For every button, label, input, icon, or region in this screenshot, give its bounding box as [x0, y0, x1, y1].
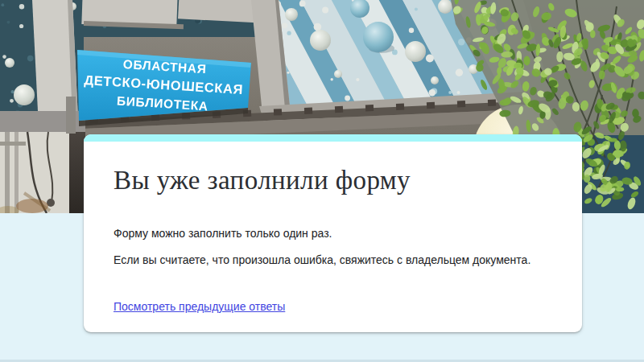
message-line-2: Если вы считаете, что произошла ошибка, … — [114, 252, 552, 268]
page-title: Вы уже заполнили форму — [114, 164, 552, 197]
card-body: Вы уже заполнили форму Форму можно запол… — [84, 164, 582, 315]
dark-opening — [68, 132, 85, 213]
sign-post — [66, 97, 76, 134]
card-accent-bar — [84, 134, 582, 142]
view-previous-answers-link[interactable]: Посмотреть предыдущие ответы — [114, 298, 285, 315]
lower-wall — [0, 132, 69, 213]
mosaic-bubble — [363, 22, 394, 52]
result-card: Вы уже заполнили форму Форму можно запол… — [84, 134, 582, 332]
message-line-1: Форму можно заполнить только один раз. — [114, 225, 552, 241]
